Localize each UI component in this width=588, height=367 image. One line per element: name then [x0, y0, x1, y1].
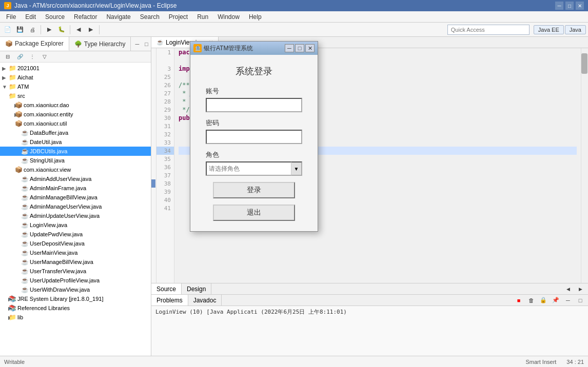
close-button[interactable]: ✕: [576, 2, 584, 10]
menu-refactor[interactable]: Refactor: [70, 12, 101, 22]
back-button[interactable]: ◀: [73, 24, 84, 35]
minimize-panel-button[interactable]: ─: [133, 40, 141, 48]
console-maximize[interactable]: □: [575, 295, 586, 306]
package-explorer-label: Package Explorer: [15, 40, 64, 47]
account-input[interactable]: [206, 98, 302, 112]
tree-item-lib[interactable]: ▶ 📁 lib: [0, 313, 151, 322]
tree-item-loginview[interactable]: ☕ LoginView.java: [0, 220, 151, 230]
tree-item-adminmanageuser[interactable]: ☕ AdminManageUserView.java: [0, 202, 151, 211]
link-button[interactable]: 🔗: [14, 51, 26, 63]
java-file-icon: ☕: [156, 39, 164, 46]
menu-window[interactable]: Window: [213, 12, 244, 22]
tree-item-jdbcutils[interactable]: ☕ JDBCUtils.java: [0, 147, 151, 156]
menu-run[interactable]: Run: [193, 12, 212, 22]
dialog-minimize-button[interactable]: ─: [285, 44, 294, 52]
left-panel-tabs: 📦 Package Explorer 🌳 Type Hierarchy ─ □ …: [0, 37, 151, 51]
menu-search[interactable]: Search: [136, 12, 164, 22]
package-icon: 📦: [14, 120, 23, 127]
scroll-lock-button[interactable]: 🔒: [538, 295, 549, 306]
problems-tab[interactable]: Problems: [151, 295, 188, 305]
folder-icon: 📁: [8, 74, 16, 81]
tree-item-adminadduserView[interactable]: ☕ AdminAddUserView.java: [0, 174, 151, 184]
tree-item-src[interactable]: ▼ 📁 src: [0, 91, 151, 100]
quick-access-input[interactable]: [447, 25, 530, 35]
tree-item-util[interactable]: ▼ 📦 com.xiaoniucr.util: [0, 119, 151, 128]
tree-item-adminmanagebill[interactable]: ☕ AdminManageBillView.java: [0, 193, 151, 202]
type-hierarchy-tab[interactable]: 🌳 Type Hierarchy: [69, 37, 131, 51]
java-file-icon: ☕: [21, 286, 29, 293]
password-field: 密码: [206, 118, 302, 144]
print-button[interactable]: 🖨: [27, 24, 38, 35]
tree-item-entity[interactable]: ▶ 📦 com.xiaoniucr.entity: [0, 110, 151, 119]
tree-item-adminupdateuser[interactable]: ☕ AdminUpdateUserView.java: [0, 211, 151, 220]
type-hierarchy-label: Type Hierarchy: [84, 40, 126, 48]
folder-icon: 📁: [8, 83, 16, 90]
tree-item-userwithraw[interactable]: ☕ UserWithDrawView.java: [0, 285, 151, 294]
maximize-panel-button[interactable]: □: [142, 40, 150, 48]
menu-project[interactable]: Project: [165, 12, 192, 22]
package-explorer-tab[interactable]: 📦 Package Explorer: [0, 37, 69, 51]
tree-item-aichat[interactable]: ▶ 📁 Aichat: [0, 73, 151, 82]
forward-button[interactable]: ▶: [85, 24, 96, 35]
password-input[interactable]: [206, 130, 302, 144]
role-dropdown-arrow[interactable]: ▼: [291, 161, 302, 176]
role-input[interactable]: [206, 161, 291, 176]
java-perspective[interactable]: Java: [565, 25, 586, 34]
tree-item-2021001[interactable]: ▶ 📁 2021001: [0, 64, 151, 73]
scroll-right-button[interactable]: ▶: [575, 283, 586, 295]
save-button[interactable]: 💾: [14, 24, 26, 35]
console-line-1: LoginView (10) [Java Applicati (2022年6月2…: [155, 308, 584, 316]
tree-item-adminmainframe[interactable]: ☕ AdminMainFrame.java: [0, 184, 151, 193]
minimize-button[interactable]: ─: [555, 2, 563, 10]
javadoc-tab[interactable]: Javadoc: [188, 295, 222, 305]
login-button-label: 登录: [247, 186, 261, 195]
type-hierarchy-icon: 🌳: [74, 40, 82, 48]
tree-item-stringutil[interactable]: ☕ StringUtil.java: [0, 156, 151, 165]
tree-item-usermanagerbill[interactable]: ☕ UserManageBillView.java: [0, 257, 151, 267]
dialog-maximize-button[interactable]: □: [295, 44, 304, 52]
tree-label: com.xiaoniucr.dao: [24, 102, 69, 108]
tree-item-jre[interactable]: ▶ 📚 JRE System Library [jre1.8.0_191]: [0, 294, 151, 303]
source-tab[interactable]: Source: [151, 283, 182, 294]
scroll-left-button[interactable]: ◀: [562, 283, 574, 295]
stop-button[interactable]: ■: [513, 295, 524, 306]
maximize-button[interactable]: □: [565, 2, 574, 10]
new-button[interactable]: 📄: [2, 24, 13, 35]
tree-item-updatepwd[interactable]: ☕ UpdatePwdView.java: [0, 230, 151, 239]
login-button[interactable]: 登录: [213, 182, 295, 198]
design-tab[interactable]: Design: [182, 283, 211, 294]
perspective-buttons: Java EE Java: [534, 25, 586, 34]
tree-item-view[interactable]: ▼ 📦 com.xiaoniucr.view: [0, 165, 151, 174]
tree-item-referenced[interactable]: ▶ 📚 Referenced Libraries: [0, 303, 151, 313]
dialog-close-button[interactable]: ✕: [305, 44, 315, 52]
tree-item-dao[interactable]: ▶ 📦 com.xiaoniucr.dao: [0, 100, 151, 110]
clear-button[interactable]: 🗑: [525, 295, 537, 306]
tree-item-usermain[interactable]: ☕ UserMainView.java: [0, 248, 151, 257]
tree-menu-button[interactable]: ⋮: [27, 51, 38, 63]
scrollbar-thumb[interactable]: [581, 53, 587, 74]
exit-button[interactable]: 退出: [213, 205, 295, 221]
java-ee-perspective[interactable]: Java EE: [534, 25, 564, 34]
tree-item-atm[interactable]: ▼ 📁 ATM: [0, 82, 151, 91]
tree-item-dateutil[interactable]: ☕ DateUtil.java: [0, 137, 151, 147]
menu-edit[interactable]: Edit: [21, 12, 40, 22]
pin-button[interactable]: 📌: [550, 295, 561, 306]
run-button[interactable]: ▶: [44, 24, 55, 35]
menu-file[interactable]: File: [2, 12, 20, 22]
menu-help[interactable]: Help: [245, 12, 266, 22]
line-num-29: 29: [156, 106, 174, 114]
menu-source[interactable]: Source: [41, 12, 69, 22]
editor-scrollbar[interactable]: [581, 48, 588, 283]
debug-button[interactable]: 🐛: [56, 24, 67, 35]
tree-item-usertransfer[interactable]: ☕ UserTransferView.java: [0, 267, 151, 276]
menu-navigate[interactable]: Navigate: [102, 12, 134, 22]
window-controls[interactable]: ─ □ ✕: [555, 2, 584, 10]
tree-item-databuffer[interactable]: ☕ DataBuffer.java: [0, 128, 151, 137]
collapse-all-button[interactable]: ⊟: [2, 51, 13, 63]
line-num-25: 25: [156, 73, 174, 81]
console-minimize[interactable]: ─: [562, 295, 574, 306]
bottom-panel: Problems Javadoc ■ 🗑 🔒 📌 ─ □: [151, 294, 588, 356]
tree-item-userdeposit[interactable]: ☕ UserDepositView.java: [0, 239, 151, 248]
view-menu-button[interactable]: ▽: [39, 51, 50, 63]
tree-item-userupdateprofile[interactable]: ☕ UserUpdateProfileView.java: [0, 276, 151, 285]
